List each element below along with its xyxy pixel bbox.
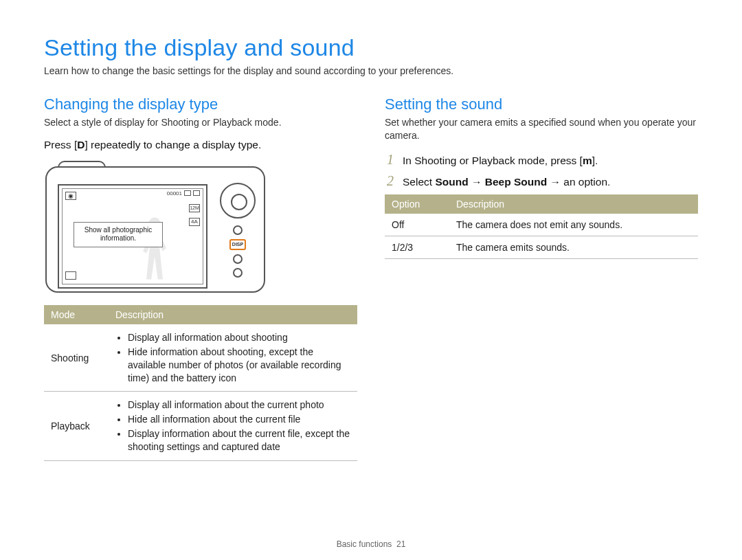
cell-option: 1/2/3: [385, 236, 449, 258]
content-columns: Changing the display type Select a style…: [44, 96, 698, 461]
page-footer: Basic functions 21: [0, 539, 742, 549]
section-heading-display: Changing the display type: [44, 96, 357, 113]
step-suffix: ].: [592, 155, 598, 166]
camera-dpad: [220, 183, 256, 219]
table-row: 1/2/3 The camera emits sounds.: [385, 236, 698, 258]
step-1: 1 In Shooting or Playback mode, press [m…: [385, 152, 698, 168]
table-header-row: Option Description: [385, 194, 698, 214]
cell-desc: Display all information about shooting H…: [109, 324, 357, 392]
memory-icon: [184, 190, 191, 196]
footer-section: Basic functions: [337, 539, 392, 549]
lcd-tooltip: Show all photographic information.: [74, 222, 163, 247]
cell-mode: Shooting: [44, 324, 109, 392]
step-prefix: Select: [403, 176, 435, 188]
dpad-center: [231, 194, 247, 210]
camera-lcd-inner: ◉ 00001 12M 4A: [62, 188, 203, 284]
step-2: 2 Select Sound → Beep Sound → an option.: [385, 173, 698, 189]
right-column: Setting the sound Set whether your camer…: [385, 96, 698, 461]
camera-lcd: ◉ 00001 12M 4A: [58, 184, 207, 289]
camera-round-button-1: [233, 225, 243, 235]
page-intro: Learn how to change the basic settings f…: [44, 65, 698, 76]
cell-desc: The camera does not emit any sounds.: [449, 214, 698, 236]
cell-desc: Display all information about the curren…: [109, 392, 357, 461]
table-row: Off The camera does not emit any sounds.: [385, 214, 698, 236]
list-item: Hide all information about the current f…: [128, 413, 350, 426]
section-desc-display: Select a style of display for Shooting o…: [44, 116, 357, 129]
step-text: Select Sound → Beep Sound → an option.: [403, 176, 610, 188]
cell-mode: Playback: [44, 392, 109, 461]
camera-round-button-3: [233, 268, 243, 278]
table-row: Playback Display all information about t…: [44, 392, 357, 461]
camera-status-bar: 00001: [167, 190, 200, 197]
display-mode-table: Mode Description Shooting Display all in…: [44, 305, 357, 461]
cell-desc: The camera emits sounds.: [449, 236, 698, 258]
tooltip-line2: information.: [100, 234, 136, 242]
camera-bl-icon: [65, 271, 76, 280]
instruction-prefix: Press [: [44, 139, 77, 150]
step-text: In Shooting or Playback mode, press [m].: [403, 155, 598, 167]
footer-page: 21: [396, 539, 405, 549]
cell-option: Off: [385, 214, 449, 236]
page-title: Setting the display and sound: [44, 34, 698, 61]
step-number: 1: [385, 152, 396, 168]
camera-body: ◉ 00001 12M 4A: [45, 166, 265, 293]
header-mode: Mode: [44, 305, 109, 324]
left-column: Changing the display type Select a style…: [44, 96, 357, 461]
camera-counter: 00001: [167, 190, 182, 197]
list-item: Hide information about shooting, except …: [128, 346, 350, 385]
step-number: 2: [385, 173, 396, 189]
table-row: Shooting Display all information about s…: [44, 324, 357, 392]
instruction-suffix: ] repeatedly to change a display type.: [85, 139, 261, 150]
list-item: Display all information about the curren…: [128, 399, 350, 412]
step-prefix: In Shooting or Playback mode, press [: [403, 155, 583, 166]
flash-badge: 4A: [189, 218, 200, 226]
table-header-row: Mode Description: [44, 305, 357, 324]
disp-button: DISP: [229, 239, 246, 250]
resolution-badge: 12M: [189, 204, 200, 212]
step-path: Sound → Beep Sound →: [435, 176, 561, 188]
step-suffix: an option.: [561, 176, 610, 188]
sound-option-table: Option Description Off The camera does n…: [385, 194, 698, 259]
camera-illustration: ◉ 00001 12M 4A: [45, 161, 265, 293]
instruction-key: D: [77, 139, 85, 150]
list-item: Display all information about shooting: [128, 331, 350, 344]
bullet-list: Display all information about shooting H…: [115, 331, 350, 385]
bullet-list: Display all information about the curren…: [115, 399, 350, 453]
step-key: m: [583, 155, 592, 166]
section-heading-sound: Setting the sound: [385, 96, 698, 113]
header-option: Option: [385, 194, 449, 214]
tooltip-line1: Show all photographic: [85, 226, 152, 234]
camera-mode-icon: ◉: [65, 192, 76, 200]
camera-round-button-2: [233, 254, 243, 264]
section-desc-sound: Set whether your camera emits a specifie…: [385, 116, 698, 142]
list-item: Display information about the current fi…: [128, 427, 350, 453]
header-description: Description: [449, 194, 698, 214]
camera-buttons: DISP: [220, 225, 256, 291]
display-instruction: Press [D] repeatedly to change a display…: [44, 139, 357, 151]
manual-page: Setting the display and sound Learn how …: [0, 0, 742, 560]
header-description: Description: [109, 305, 357, 324]
battery-icon: [193, 190, 200, 196]
